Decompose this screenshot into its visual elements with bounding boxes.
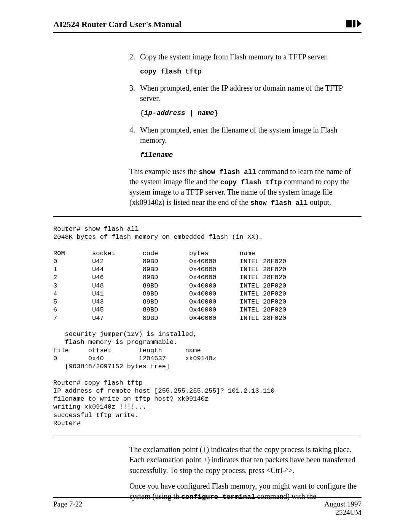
param-name: name (198, 109, 214, 117)
command-show-flash-all: show flash all (250, 199, 308, 207)
terminal-output: Router# show flash all 2048K bytes of fl… (53, 225, 362, 427)
command-copy-flash-tftp: copy flash tftp (140, 68, 202, 75)
step-number: 4. (129, 125, 135, 135)
text-segment: output. (308, 198, 331, 206)
pipe-separator: | (185, 109, 198, 117)
header-divider (53, 32, 362, 33)
explanation-paragraph-1: The exclamation point (!) indicates that… (129, 444, 362, 476)
brace-left: { (140, 109, 144, 117)
page-header-title: AI2524 Router Card User's Manual (53, 19, 182, 29)
step-3: 3. When prompted, enter the IP address o… (129, 83, 362, 118)
footer-date: August 1997 (324, 500, 362, 508)
step-4: 4. When prompted, enter the filename of … (129, 125, 362, 160)
step-text: Copy the system image from Flash memory … (140, 53, 328, 61)
example-paragraph: This example uses the show flash all com… (129, 166, 362, 208)
page-number: Page 7-22 (53, 500, 83, 517)
step-number: 3. (129, 83, 135, 93)
section-divider (53, 436, 362, 436)
text-segment: This example uses the (129, 167, 199, 176)
footer-doc-id: 2524UM (335, 508, 362, 516)
section-divider (53, 216, 362, 217)
symbol-exclamation: ! (202, 446, 207, 454)
text-segment: The exclamation point ( (129, 445, 202, 454)
param-ip-address: ip-address (144, 109, 185, 117)
param-filename: filename (140, 151, 173, 159)
command-copy-flash-tftp: copy flash tftp (220, 179, 282, 186)
logo-icon (346, 19, 362, 30)
svg-rect-1 (353, 20, 355, 27)
command-show-flash-all: show flash all (199, 168, 256, 176)
symbol-exclamation: ! (203, 457, 207, 464)
step-number: 2. (129, 52, 135, 62)
footer-divider (53, 497, 362, 498)
brace-right: } (214, 109, 218, 117)
step-text: When prompted, enter the filename of the… (140, 126, 337, 144)
svg-rect-0 (346, 20, 352, 27)
step-text: When prompted, enter the IP address or d… (140, 84, 342, 102)
step-2: 2. Copy the system image from Flash memo… (129, 52, 362, 76)
